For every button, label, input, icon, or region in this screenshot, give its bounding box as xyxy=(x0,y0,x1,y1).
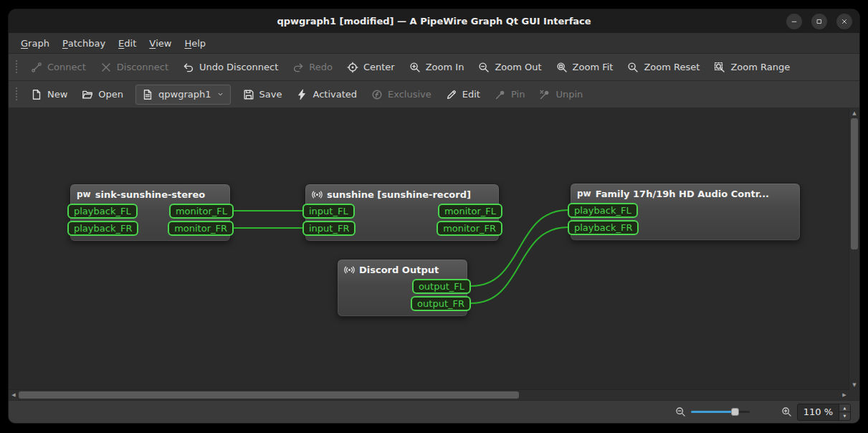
zoom-out-icon xyxy=(478,62,490,73)
connect-button[interactable]: Connect xyxy=(24,57,93,77)
exclusive-button[interactable]: Exclusive xyxy=(364,85,439,105)
port-monitor-fr[interactable]: monitor_FR xyxy=(437,221,502,236)
center-button[interactable]: Center xyxy=(340,57,402,77)
port-playback-fr[interactable]: playback_FR xyxy=(67,221,138,236)
pipewire-icon: pw xyxy=(577,189,591,199)
port-monitor-fl[interactable]: monitor_FL xyxy=(438,204,502,219)
undo-disconnect-button[interactable]: Undo Disconnect xyxy=(176,57,285,77)
vertical-scrollbar-track[interactable] xyxy=(849,118,859,380)
speaker-icon xyxy=(344,265,355,275)
scroll-down-arrow[interactable]: ▼ xyxy=(849,380,859,390)
zoom-fit-button[interactable]: Zoom Fit xyxy=(549,57,621,77)
zoom-range-button[interactable]: Zoom Range xyxy=(707,57,797,77)
toolbar-label: Redo xyxy=(309,62,333,72)
zoom-in-icon[interactable] xyxy=(781,406,792,417)
zoom-range-icon xyxy=(714,62,725,73)
horizontal-scrollbar-track[interactable] xyxy=(19,390,839,400)
port-monitor-fl[interactable]: monitor_FL xyxy=(169,204,234,219)
node-sunshine-sunshine-record[interactable]: sunshine [sunshine-record]input_FLmonito… xyxy=(305,184,500,242)
node-title: Discord Output xyxy=(338,262,467,279)
port-monitor-fr[interactable]: monitor_FR xyxy=(168,221,234,236)
center-icon xyxy=(347,62,358,73)
close-button[interactable] xyxy=(836,14,852,29)
spin-down-button[interactable]: ▼ xyxy=(839,412,850,420)
scroll-left-arrow[interactable]: ◀ xyxy=(9,390,19,400)
exclusive-icon xyxy=(371,89,383,100)
undo-icon xyxy=(183,62,194,73)
node-sink-sunshine-stereo[interactable]: pwsink-sunshine-stereoplayback_FLmonitor… xyxy=(70,184,231,242)
menu-view[interactable]: View xyxy=(143,33,178,53)
toolbar-label: Disconnect xyxy=(117,62,168,72)
caret-down-icon xyxy=(216,90,224,98)
port-playback-fl[interactable]: playback_FL xyxy=(67,204,138,219)
toolbar-label: Zoom In xyxy=(426,62,464,72)
toolbar-label: Exclusive xyxy=(388,89,431,100)
redo-icon xyxy=(292,62,304,73)
menu-patchbay[interactable]: Patchbay xyxy=(56,33,112,53)
graph-canvas[interactable]: ▲ ▼ ◀ ▶ pwsink-sunshine-stereoplayback_F… xyxy=(9,108,859,400)
toolbar-label: Undo Disconnect xyxy=(199,62,278,72)
toolbar-label: Activated xyxy=(313,89,357,100)
port-output-fr[interactable]: output_FR xyxy=(411,296,471,311)
minimize-button[interactable] xyxy=(786,14,802,29)
activated-button[interactable]: Activated xyxy=(289,85,364,105)
node-title-text: Family 17h/19h HD Audio Contr... xyxy=(596,189,769,199)
pin-button[interactable]: Pin xyxy=(487,85,532,105)
zoom-out-button[interactable]: Zoom Out xyxy=(471,57,548,77)
pin-icon xyxy=(495,89,506,100)
scroll-up-arrow[interactable]: ▲ xyxy=(849,108,859,118)
zoom-in-icon xyxy=(409,62,421,73)
new-button[interactable]: New xyxy=(24,85,75,105)
save-button[interactable]: Save xyxy=(236,85,290,105)
port-output-fl[interactable]: output_FL xyxy=(412,279,471,294)
node-family-17h-19h-hd-audio-contr[interactable]: pwFamily 17h/19h HD Audio Contr...playba… xyxy=(570,183,801,241)
toolbar-label: Pin xyxy=(511,89,525,100)
node-discord-output[interactable]: Discord Outputoutput_FLoutput_FR xyxy=(337,259,468,317)
node-title-text: Discord Output xyxy=(359,265,439,275)
vertical-scrollbar[interactable]: ▲ ▼ xyxy=(849,108,859,390)
titlebar[interactable]: qpwgraph1 [modified] — A PipeWire Graph … xyxy=(9,9,859,33)
menu-help[interactable]: Help xyxy=(178,33,212,53)
edit-button[interactable]: Edit xyxy=(439,85,487,105)
toolbar-label: Connect xyxy=(47,62,86,72)
node-title: sunshine [sunshine-record] xyxy=(305,187,499,204)
menu-graph[interactable]: Graph xyxy=(14,33,56,53)
toolbar-drag-handle[interactable] xyxy=(15,87,17,102)
port-input-fl[interactable]: input_FL xyxy=(302,204,355,219)
maximize-button[interactable] xyxy=(811,14,827,29)
spin-up-button[interactable]: ▲ xyxy=(839,404,850,413)
port-playback-fl[interactable]: playback_FL xyxy=(568,203,638,218)
toolbar-label: Unpin xyxy=(555,89,583,100)
toolbar-label: Open xyxy=(98,89,123,100)
zoom-spin-arrows: ▲ ▼ xyxy=(839,404,850,420)
toolbar-label: Zoom Out xyxy=(495,62,541,72)
zoom-out-icon[interactable] xyxy=(675,406,686,417)
zoom-spinbox[interactable]: 110 % ▲ ▼ xyxy=(797,404,851,421)
minimize-icon xyxy=(790,17,798,26)
zoom-slider-handle[interactable] xyxy=(731,408,739,416)
open-button[interactable]: Open xyxy=(75,85,130,105)
toolbar-label: Center xyxy=(363,62,395,72)
zoom-reset-icon xyxy=(627,62,639,73)
horizontal-scrollbar[interactable]: ◀ ▶ xyxy=(9,389,849,400)
disconnect-button[interactable]: Disconnect xyxy=(93,57,176,77)
qpwgraph1-button[interactable]: qpwgraph1 xyxy=(135,85,230,105)
scroll-right-arrow[interactable]: ▶ xyxy=(839,390,849,400)
port-playback-fr[interactable]: playback_FR xyxy=(568,220,639,235)
connections-layer xyxy=(9,108,859,400)
unpin-button[interactable]: Unpin xyxy=(532,85,590,105)
zoom-reset-button[interactable]: Zoom Reset xyxy=(620,57,707,77)
menubar: GraphPatchbayEditViewHelp xyxy=(9,33,859,54)
port-input-fr[interactable]: input_FR xyxy=(302,221,356,236)
toolbar-label: Edit xyxy=(462,89,480,100)
activated-icon xyxy=(296,89,307,100)
close-icon xyxy=(840,17,849,26)
vertical-scrollbar-thumb[interactable] xyxy=(851,118,858,249)
redo-button[interactable]: Redo xyxy=(285,57,340,77)
toolbar-label: New xyxy=(47,89,67,100)
zoom-in-button[interactable]: Zoom In xyxy=(402,57,472,77)
toolbar-drag-handle[interactable] xyxy=(15,60,17,75)
horizontal-scrollbar-thumb[interactable] xyxy=(19,391,519,399)
menu-edit[interactable]: Edit xyxy=(112,33,143,53)
zoom-slider[interactable] xyxy=(691,406,750,417)
